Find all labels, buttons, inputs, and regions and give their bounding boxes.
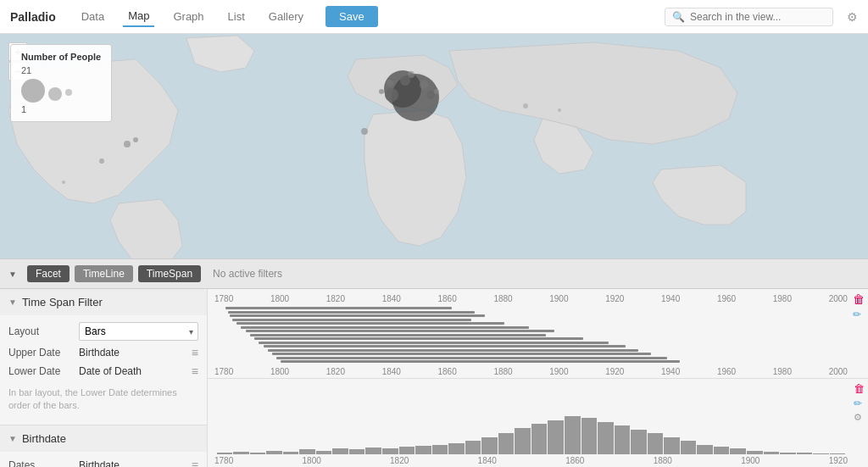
- timeline-bar: [259, 342, 609, 344]
- layout-row: Layout Bars ▾: [8, 322, 198, 341]
- histogram-bar: [515, 428, 531, 455]
- top-navigation: Palladio Data Map Graph List Gallery Sav…: [0, 0, 868, 34]
- legend-circle-small: [65, 89, 72, 96]
- legend-circle-medium: [48, 87, 62, 101]
- svg-point-15: [361, 128, 368, 135]
- histogram-bar: [615, 425, 631, 454]
- histogram-bar: [498, 433, 515, 454]
- histogram-bar: [465, 441, 481, 454]
- timeline-bar: [254, 337, 583, 340]
- birthdate-header[interactable]: ▼ Birthdate: [0, 425, 207, 452]
- search-box: 🔍: [665, 8, 833, 26]
- birthdate-edit-icon[interactable]: ✏: [854, 398, 865, 409]
- timeline-edit-icon[interactable]: ✏: [853, 309, 865, 320]
- timeline-bar: [241, 326, 529, 329]
- dates-value: Birthdate: [79, 459, 185, 467]
- birthdate-body: Dates Birthdate ≡: [0, 452, 207, 467]
- layout-label: Layout: [8, 325, 72, 337]
- nav-gallery[interactable]: Gallery: [264, 7, 309, 26]
- legend-title: Number of People: [21, 52, 101, 62]
- upper-date-label: Upper Date: [8, 347, 72, 359]
- histogram-bar: [631, 430, 647, 454]
- legend-min: 1: [21, 104, 101, 114]
- histogram-bar: [565, 416, 581, 454]
- layout-select[interactable]: Bars: [79, 322, 198, 341]
- timeline-bar: [276, 357, 667, 359]
- timespan-filter-body: Layout Bars ▾ Upper Date Birthdate ≡ Low…: [0, 315, 207, 425]
- lower-date-label: Lower Date: [8, 365, 72, 377]
- histogram-bar: [697, 445, 713, 454]
- no-filters-label: No active filters: [213, 268, 282, 280]
- svg-point-7: [426, 91, 435, 99]
- timeline-tab[interactable]: TimeLine: [75, 265, 133, 282]
- filter-bar: ▼ Facet TimeLine TimeSpan No active filt…: [0, 259, 868, 289]
- collapse-arrow[interactable]: ▼: [8, 270, 17, 279]
- right-panel: 178018001820 184018601880 190019201940 1…: [208, 289, 868, 467]
- dates-row: Dates Birthdate ≡: [8, 459, 198, 467]
- timeline-chart-section: 178018001820 184018601880 190019201940 1…: [208, 289, 868, 379]
- nav-graph[interactable]: Graph: [168, 7, 209, 26]
- bottom-area: ▼ Time Span Filter Layout Bars ▾ Upper D…: [0, 289, 868, 467]
- timeline-bar: [264, 345, 626, 347]
- svg-point-10: [434, 89, 439, 94]
- histogram-bar: [581, 418, 598, 454]
- timeline-bar: [225, 307, 452, 309]
- histogram-bar: [448, 443, 465, 455]
- nav-data[interactable]: Data: [76, 7, 109, 26]
- timeline-bars-container: [214, 307, 848, 364]
- gear-icon[interactable]: ⚙: [847, 10, 858, 24]
- svg-point-5: [420, 81, 428, 89]
- timeline-bar: [236, 322, 504, 325]
- nav-list[interactable]: List: [223, 7, 250, 26]
- timeline-bottom-axis: 178018001820 184018601880 190019201940 1…: [214, 364, 848, 378]
- map-legend: Number of People 21 1: [10, 44, 112, 122]
- histogram-bar: [648, 433, 664, 454]
- save-button[interactable]: Save: [326, 6, 378, 27]
- svg-point-3: [385, 88, 398, 102]
- timespan-collapse-icon: ▼: [8, 297, 17, 307]
- map-area[interactable]: + − Number of People 21 1: [0, 34, 868, 259]
- timeline-bar: [246, 330, 554, 332]
- upper-date-value: Birthdate: [79, 347, 185, 359]
- timeline-delete-icon[interactable]: 🗑: [853, 292, 865, 306]
- timeline-bar: [250, 334, 547, 336]
- birthdate-chart-icons: 🗑 ✏ ⚙: [854, 382, 865, 423]
- birthdate-delete-icon[interactable]: 🗑: [854, 382, 865, 395]
- birthdate-section: ▼ Birthdate Dates Birthdate ≡: [0, 425, 207, 467]
- histogram-bar: [481, 437, 498, 454]
- timeline-bar: [232, 319, 471, 321]
- dates-menu-icon[interactable]: ≡: [192, 459, 198, 467]
- timeline-chart-icons: 🗑 ✏: [853, 292, 865, 320]
- dates-label: Dates: [8, 459, 72, 467]
- histogram-bar: [681, 441, 697, 454]
- svg-point-17: [558, 108, 561, 112]
- histogram-bar: [415, 446, 431, 454]
- timeline-top-axis: 178018001820 184018601880 190019201940 1…: [214, 292, 848, 307]
- birthdate-bottom-axis: 17801800 18201840 18601880 19001920: [214, 454, 848, 467]
- timeline-bar: [281, 360, 680, 363]
- histogram-bar: [714, 447, 730, 454]
- svg-point-14: [62, 181, 65, 184]
- lower-date-menu-icon[interactable]: ≡: [192, 364, 198, 378]
- world-map: [0, 34, 868, 259]
- timespan-tab[interactable]: TimeSpan: [138, 265, 201, 282]
- svg-point-9: [408, 71, 415, 78]
- upper-date-menu-icon[interactable]: ≡: [192, 346, 198, 359]
- timespan-filter-header[interactable]: ▼ Time Span Filter: [0, 289, 207, 315]
- histogram-bar: [332, 448, 348, 454]
- timeline-bar: [230, 314, 485, 317]
- search-input[interactable]: [690, 11, 826, 23]
- lower-date-row: Lower Date Date of Death ≡: [8, 364, 198, 378]
- svg-point-12: [133, 137, 138, 142]
- birthdate-settings-icon[interactable]: ⚙: [854, 412, 865, 423]
- facet-tab[interactable]: Facet: [27, 265, 70, 282]
- svg-point-8: [379, 89, 384, 94]
- layout-select-wrap: Bars ▾: [79, 322, 198, 341]
- timeline-bar: [268, 349, 638, 352]
- birthdate-collapse-icon: ▼: [8, 434, 17, 443]
- svg-point-11: [124, 141, 131, 147]
- svg-point-13: [99, 158, 104, 164]
- nav-map[interactable]: Map: [123, 6, 154, 27]
- histogram-bars-container: [214, 382, 848, 455]
- timespan-filter-title: Time Span Filter: [22, 296, 198, 309]
